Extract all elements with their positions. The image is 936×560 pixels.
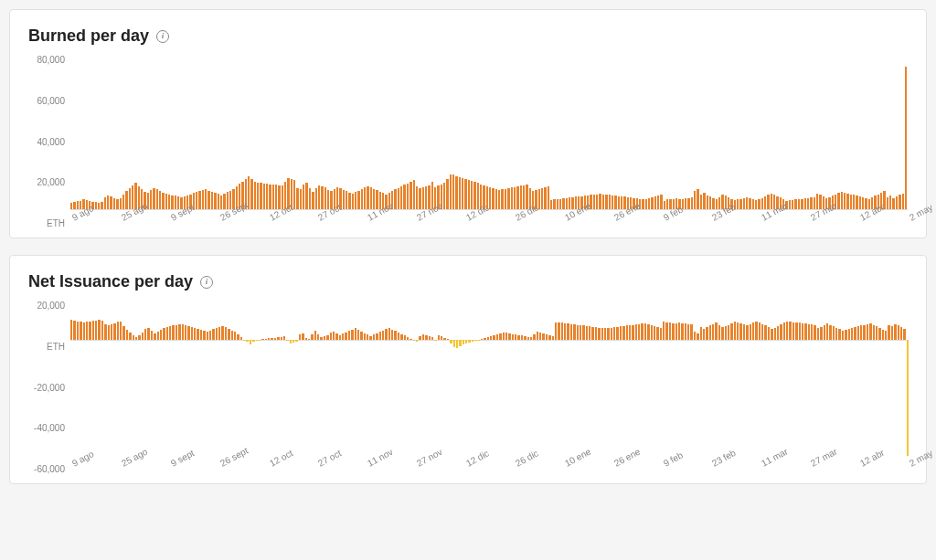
x-tick: 27 mar <box>809 460 816 472</box>
bar <box>256 340 258 341</box>
x-tick: 26 dic <box>514 460 521 472</box>
bar <box>846 194 848 209</box>
x-tick: 23 feb <box>710 214 718 227</box>
bar <box>263 184 265 209</box>
bar <box>70 203 72 209</box>
x-tick: 12 dic <box>464 460 472 472</box>
bar <box>737 199 739 209</box>
bar <box>283 336 285 339</box>
bar <box>203 331 205 340</box>
bar <box>407 184 409 209</box>
x-tick: 26 sept <box>218 460 226 472</box>
bar <box>591 327 593 340</box>
bar <box>272 185 274 209</box>
info-icon[interactable]: i <box>200 276 213 289</box>
bar <box>182 324 184 340</box>
card-title-row: Burned per day i <box>28 26 908 46</box>
bar <box>302 333 303 340</box>
bar <box>95 202 97 209</box>
bar <box>524 336 526 339</box>
bar <box>746 197 748 209</box>
bar <box>743 324 745 340</box>
bar <box>892 198 894 209</box>
bar <box>92 321 94 339</box>
bar <box>452 174 454 209</box>
info-icon[interactable]: i <box>156 30 169 43</box>
bar <box>413 340 415 341</box>
bar <box>495 189 497 209</box>
bar <box>777 326 779 340</box>
bar <box>801 199 803 209</box>
bar <box>364 333 366 340</box>
bar <box>446 179 448 209</box>
bar <box>656 327 658 339</box>
bar <box>382 331 384 340</box>
bar <box>326 335 328 340</box>
bar <box>541 188 543 209</box>
bar <box>355 192 356 209</box>
bar <box>218 327 220 340</box>
bar <box>438 335 440 340</box>
bar <box>108 325 110 340</box>
bar <box>86 322 88 339</box>
bar <box>80 322 81 339</box>
bar <box>443 338 445 340</box>
issuance-chart: 20,000ETH-20,000-40,000-60,000 9 ago25 a… <box>28 301 908 474</box>
bar <box>697 189 698 209</box>
bar <box>290 340 292 344</box>
y-tick: -40,000 <box>34 423 65 433</box>
bar <box>697 333 698 340</box>
bar <box>113 323 115 340</box>
bar <box>739 323 741 340</box>
bar <box>499 333 501 340</box>
bar <box>645 199 647 209</box>
bar <box>651 325 653 340</box>
bar <box>419 336 420 340</box>
bar <box>613 327 615 339</box>
x-tick: 27 nov <box>415 460 422 472</box>
bar <box>269 185 271 209</box>
bar <box>750 324 751 340</box>
bar <box>690 324 692 339</box>
bar <box>685 323 686 339</box>
bar <box>746 325 748 340</box>
bar <box>252 340 254 343</box>
bar <box>257 183 259 209</box>
bar <box>212 329 214 339</box>
bar <box>122 326 124 340</box>
bar <box>814 325 815 340</box>
bar <box>546 334 548 340</box>
bar <box>804 323 806 339</box>
bar <box>373 189 375 209</box>
bar <box>663 322 665 340</box>
bar <box>104 324 106 340</box>
bar <box>681 323 683 340</box>
bar <box>357 330 359 339</box>
bar <box>450 174 452 209</box>
bar <box>198 191 200 209</box>
bar <box>616 327 618 340</box>
bar <box>379 332 381 339</box>
bar <box>854 327 856 339</box>
card-title-row: Net Issuance per day i <box>28 272 908 291</box>
bar <box>295 340 297 343</box>
bar <box>860 325 862 339</box>
bar <box>178 324 180 339</box>
bar <box>231 331 233 340</box>
bar <box>330 333 332 340</box>
bar <box>715 322 717 339</box>
bar <box>120 322 122 339</box>
bar <box>894 324 896 340</box>
bar <box>98 320 100 339</box>
bar <box>348 331 350 339</box>
bar <box>265 339 267 340</box>
bar <box>824 325 825 339</box>
bar <box>867 324 868 340</box>
bar <box>89 322 90 340</box>
bar <box>808 324 810 340</box>
bar <box>792 200 793 209</box>
bar <box>614 195 616 209</box>
bar <box>473 182 475 209</box>
bar <box>83 322 85 340</box>
bar <box>168 195 170 209</box>
